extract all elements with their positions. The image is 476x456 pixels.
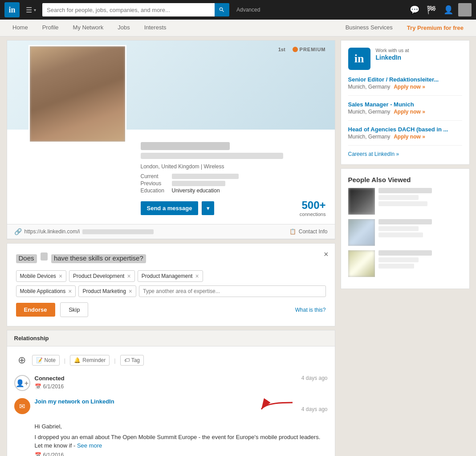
job-location-1: Munich, Germany Apply now » xyxy=(348,84,462,90)
separator: | xyxy=(114,357,115,364)
nav-try-premium[interactable]: Try Premium for free xyxy=(400,20,471,37)
person-name-blurred-2 xyxy=(378,219,432,224)
people-icon[interactable]: 👤 xyxy=(441,3,456,17)
email-calendar-icon: 📅 xyxy=(35,452,41,456)
see-more-link[interactable]: See more xyxy=(77,442,102,449)
send-message-button[interactable]: Send a message xyxy=(141,201,199,215)
note-icon: 📝 xyxy=(36,357,43,363)
tag-button[interactable]: 🏷 Tag xyxy=(120,355,144,366)
tag-remove-button[interactable]: × xyxy=(59,273,62,280)
job-title-1[interactable]: Senior Editor / Redaktionsleiter... xyxy=(348,76,462,83)
email-date-row: 📅 6/1/2016 xyxy=(35,452,328,456)
apply-link-1[interactable]: Apply now » xyxy=(394,84,425,90)
what-is-this-link[interactable]: What is this? xyxy=(295,307,326,313)
add-expertise-input[interactable] xyxy=(139,285,326,297)
profile-previous-row: Previous xyxy=(141,180,326,187)
right-nav: Business Services Try Premium for free xyxy=(338,20,471,37)
nav-my-network[interactable]: My Network xyxy=(66,20,111,37)
nav-home[interactable]: Home xyxy=(5,20,35,37)
search-bar xyxy=(42,3,229,16)
skill-tag-mobile-devices: Mobile Devices × xyxy=(16,270,67,282)
email-title[interactable]: Join my network on LinkedIn xyxy=(35,398,114,405)
work-linkedin-title[interactable]: LinkedIn xyxy=(376,54,409,61)
person-sub-blurred-2 xyxy=(378,226,419,231)
linkedin-logo[interactable]: in xyxy=(4,2,20,17)
advanced-link[interactable]: Advanced xyxy=(236,7,260,13)
education-label: Education xyxy=(141,187,172,194)
tag-remove-button[interactable]: × xyxy=(68,288,72,295)
person-thumbnail-3 xyxy=(348,250,375,277)
job-item-1: Senior Editor / Redaktionsleiter... Muni… xyxy=(348,76,462,96)
profile-location: London, United Kingdom | Wireless xyxy=(141,163,326,170)
right-column: in Work with us at LinkedIn Senior Edito… xyxy=(341,40,470,456)
search-input[interactable] xyxy=(42,3,215,16)
person-name-blurred-1 xyxy=(378,188,432,193)
connected-event: 👤+ Connected 4 days ago 📅 6/1/2016 xyxy=(14,375,328,391)
menu-icon[interactable]: ☰▾ xyxy=(23,4,39,16)
tag-label: Product Management xyxy=(142,273,193,279)
flag-icon[interactable]: 🏁 xyxy=(424,3,439,17)
person-sub2-blurred-3 xyxy=(378,264,414,269)
work-with-us-widget: in Work with us at LinkedIn Senior Edito… xyxy=(341,40,470,165)
url-text-blurred xyxy=(82,229,154,234)
search-button[interactable] xyxy=(215,3,229,16)
left-column: 1st PREMIUM London, United Kingdom | Wir… xyxy=(7,40,335,456)
skills-action-buttons: Endorse Skip xyxy=(16,302,89,317)
people-viewed-title: People Also Viewed xyxy=(348,176,462,183)
reminder-icon: 🔔 xyxy=(74,357,81,363)
person-sub2-blurred-2 xyxy=(378,232,423,237)
top-navigation: in ☰▾ Advanced 💬 🏁 👤 xyxy=(0,0,476,20)
tag-label: Product Development xyxy=(73,273,124,279)
connections-label: connections xyxy=(300,212,326,217)
endorse-button[interactable]: Endorse xyxy=(16,303,55,317)
profile-tagline-blurred xyxy=(141,153,283,159)
reminder-button[interactable]: 🔔 Reminder xyxy=(70,355,110,366)
email-event: ✉ Join my network on LinkedIn xyxy=(14,398,328,456)
job-title-2[interactable]: Sales Manager - Munich xyxy=(348,101,462,108)
person-sub-blurred-1 xyxy=(378,195,419,200)
job-title-3[interactable]: Head of Agencies DACH (based in ... xyxy=(348,126,462,133)
education-value: University education xyxy=(172,187,220,194)
add-note-area-button[interactable]: ⊕ xyxy=(14,353,29,368)
url-left: 🔗 https://uk.linkedin.com/i xyxy=(14,228,154,235)
profile-details: London, United Kingdom | Wireless Curren… xyxy=(7,130,335,224)
message-dropdown-button[interactable]: ▾ xyxy=(202,201,214,215)
skill-tag-product-marketing: Product Marketing × xyxy=(78,285,136,297)
note-button[interactable]: 📝 Note xyxy=(32,355,60,366)
tag-remove-button[interactable]: × xyxy=(195,273,199,280)
nav-jobs[interactable]: Jobs xyxy=(110,20,137,37)
person-info-3 xyxy=(378,250,462,277)
profile-badges: 1st PREMIUM xyxy=(278,47,326,52)
email-body-text: I dropped you an email about The Open Mo… xyxy=(35,433,328,450)
close-skills-button[interactable]: × xyxy=(324,250,329,259)
people-item-3 xyxy=(348,250,462,277)
connections-number: 500+ xyxy=(300,199,326,212)
job-location-3: Munich, Germany Apply now » xyxy=(348,134,462,140)
skip-button[interactable]: Skip xyxy=(60,302,88,317)
tag-remove-button[interactable]: × xyxy=(129,288,132,295)
person-info-2 xyxy=(378,219,462,246)
tag-icon: 🏷 xyxy=(124,357,130,363)
connected-date: 📅 6/1/2016 xyxy=(35,383,328,390)
apply-link-3[interactable]: Apply now » xyxy=(394,134,425,140)
url-icon: 🔗 xyxy=(14,228,22,235)
careers-link[interactable]: Careers at LinkedIn » xyxy=(348,151,462,157)
user-avatar[interactable] xyxy=(458,3,472,16)
nav-profile[interactable]: Profile xyxy=(35,20,66,37)
skill-tag-product-development: Product Development × xyxy=(69,270,135,282)
connections-count: 500+ connections xyxy=(300,199,326,217)
nav-interests[interactable]: Interests xyxy=(137,20,174,37)
job-item-2: Sales Manager - Munich Munich, Germany A… xyxy=(348,101,462,121)
email-content: Join my network on LinkedIn xyxy=(35,398,328,456)
apply-link-2[interactable]: Apply now » xyxy=(394,109,425,115)
skill-tag-product-management: Product Management × xyxy=(138,270,203,282)
skill-tag-mobile-applications: Mobile Applications × xyxy=(16,285,76,297)
relationship-actions: ⊕ 📝 Note | 🔔 Reminder | 🏷 Tag xyxy=(14,353,328,368)
messages-icon[interactable]: 💬 xyxy=(407,3,422,17)
tag-remove-button[interactable]: × xyxy=(127,273,130,280)
skills-question: Does have these skills or expertise? xyxy=(16,252,326,263)
contact-info-button[interactable]: 📋 Contact Info xyxy=(289,228,328,235)
nav-business-services[interactable]: Business Services xyxy=(338,20,400,37)
connected-title: Connected xyxy=(35,375,65,382)
work-with-us-label: Work with us at xyxy=(376,48,409,53)
